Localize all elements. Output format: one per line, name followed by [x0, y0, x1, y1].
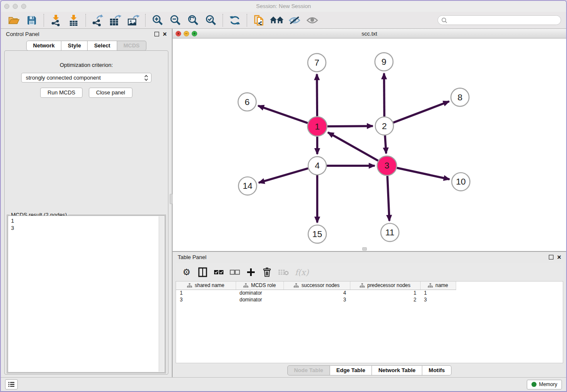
graph-edge-4-14[interactable]: [259, 168, 308, 183]
column-header-MCDS-role[interactable]: MCDS role: [236, 282, 284, 290]
table-cell[interactable]: 4: [284, 290, 350, 296]
close-panel-button[interactable]: Close panel: [89, 88, 132, 98]
select-all-checkboxes-icon[interactable]: [214, 267, 224, 278]
float-panel-icon[interactable]: [154, 32, 159, 36]
column-header-name[interactable]: name: [420, 282, 456, 290]
column-header-successor-nodes[interactable]: successor nodes: [284, 282, 350, 290]
task-history-button[interactable]: [5, 379, 18, 389]
svg-text:3: 3: [385, 160, 390, 170]
graph-node-14[interactable]: 14: [239, 177, 257, 195]
run-mcds-button[interactable]: Run MCDS: [40, 88, 83, 98]
tab-style[interactable]: Style: [61, 41, 88, 51]
column-header-shared-name[interactable]: shared name: [176, 282, 236, 290]
mcds-result-text[interactable]: 1 3: [8, 215, 165, 373]
optimization-criterion-dropdown[interactable]: strongly connected component: [21, 73, 151, 83]
graph-edge-3-1[interactable]: [328, 133, 378, 161]
window-title: Session: New Session: [1, 3, 566, 9]
graph-node-15[interactable]: 15: [308, 225, 326, 243]
graph-node-4[interactable]: 4: [308, 157, 326, 175]
column-layout-icon[interactable]: [198, 267, 208, 278]
graph-edge-3-10[interactable]: [397, 168, 449, 179]
graph-node-3[interactable]: 3: [377, 156, 396, 175]
graph-edge-1-6[interactable]: [258, 106, 308, 123]
table-cell[interactable]: 1: [350, 290, 420, 296]
table-panel: Table Panel × ⚙: [173, 252, 566, 377]
graph-node-8[interactable]: 8: [451, 88, 469, 106]
zoom-out-icon[interactable]: [167, 14, 183, 27]
memory-button[interactable]: Memory: [527, 380, 562, 389]
graph-edge-3-11[interactable]: [387, 176, 389, 221]
close-panel-icon[interactable]: ×: [163, 32, 167, 36]
table-row[interactable]: 3dominator323: [176, 296, 456, 303]
panel-divider-grip[interactable]: [170, 194, 173, 204]
graph-node-10[interactable]: 10: [452, 173, 470, 191]
export-table-icon[interactable]: [107, 14, 124, 27]
graph-edge-1-2[interactable]: [328, 126, 373, 127]
delete-column-icon[interactable]: [262, 267, 272, 278]
search-input[interactable]: [449, 17, 557, 23]
tab-network-table[interactable]: Network Table: [372, 365, 422, 375]
close-table-panel-icon[interactable]: ×: [557, 255, 561, 259]
graph-node-1[interactable]: 1: [308, 117, 327, 136]
graph-node-9[interactable]: 9: [375, 52, 393, 71]
tab-network[interactable]: Network: [26, 41, 61, 51]
tab-node-table[interactable]: Node Table: [287, 365, 330, 375]
table-row[interactable]: 1dominator411: [176, 290, 456, 296]
eye-show-icon[interactable]: [304, 14, 320, 27]
memory-label: Memory: [539, 381, 557, 387]
toolbar-separator: [223, 14, 223, 27]
gear-icon[interactable]: ⚙: [182, 267, 192, 278]
svg-text:11: 11: [385, 227, 395, 237]
table-cell[interactable]: 2: [350, 296, 420, 303]
refresh-icon[interactable]: [227, 14, 243, 27]
tab-mcds[interactable]: MCDS: [117, 41, 146, 51]
table-cell[interactable]: 1: [420, 290, 456, 296]
tab-select[interactable]: Select: [88, 41, 117, 51]
import-table-icon[interactable]: [66, 14, 82, 27]
table-cell[interactable]: 3: [284, 296, 350, 303]
houses-icon[interactable]: [269, 14, 285, 27]
save-icon[interactable]: [24, 14, 40, 27]
open-folder-icon[interactable]: [6, 14, 22, 27]
zoom-fit-icon[interactable]: [185, 14, 201, 27]
graph-node-2[interactable]: 2: [375, 117, 394, 135]
tab-motifs[interactable]: Motifs: [422, 365, 451, 375]
result-scrollbar[interactable]: [159, 216, 164, 372]
memory-status-icon: [531, 382, 537, 387]
column-header-predecessor-nodes[interactable]: predecessor nodes: [350, 282, 420, 290]
graph-node-6[interactable]: 6: [238, 93, 256, 111]
import-network-icon[interactable]: [48, 14, 64, 27]
table-cell[interactable]: dominator: [236, 290, 284, 296]
network-window-titlebar[interactable]: × − + scc.txt: [173, 29, 566, 39]
tab-edge-table[interactable]: Edge Table: [330, 365, 372, 375]
graph-edge-2-9[interactable]: [384, 73, 385, 116]
graph-edge-1-7[interactable]: [317, 74, 317, 116]
node-table[interactable]: shared nameMCDS rolesuccessor nodesprede…: [176, 281, 563, 363]
clear-checkboxes-icon[interactable]: [230, 267, 240, 278]
graph-edge-2-3[interactable]: [385, 135, 386, 154]
search-icon: [441, 17, 447, 23]
export-network-icon[interactable]: [90, 14, 106, 27]
search-field[interactable]: [438, 15, 561, 25]
network-canvas[interactable]: 1234678910111415: [173, 39, 566, 251]
zoom-selected-icon[interactable]: [203, 14, 219, 27]
graph-edge-2-8[interactable]: [393, 101, 449, 122]
table-toolbar: ⚙: [176, 263, 563, 281]
table-cell[interactable]: 3: [420, 296, 456, 303]
eye-hide-icon[interactable]: [286, 14, 303, 27]
svg-text:9: 9: [382, 57, 387, 66]
export-image-icon[interactable]: [125, 14, 141, 27]
table-cell[interactable]: dominator: [236, 296, 284, 303]
svg-text:6: 6: [245, 97, 250, 107]
add-column-icon[interactable]: [246, 267, 256, 278]
graph-node-7[interactable]: 7: [308, 53, 326, 72]
toolbar-separator: [85, 14, 86, 27]
table-cell[interactable]: 3: [176, 296, 236, 303]
canvas-scrollbar-thumb[interactable]: [362, 247, 367, 251]
svg-text:4: 4: [315, 160, 320, 170]
copy-network-icon[interactable]: [251, 14, 267, 27]
graph-node-11[interactable]: 11: [381, 224, 399, 242]
float-table-panel-icon[interactable]: [549, 255, 553, 259]
table-cell[interactable]: 1: [176, 290, 236, 296]
zoom-in-icon[interactable]: [149, 14, 165, 27]
